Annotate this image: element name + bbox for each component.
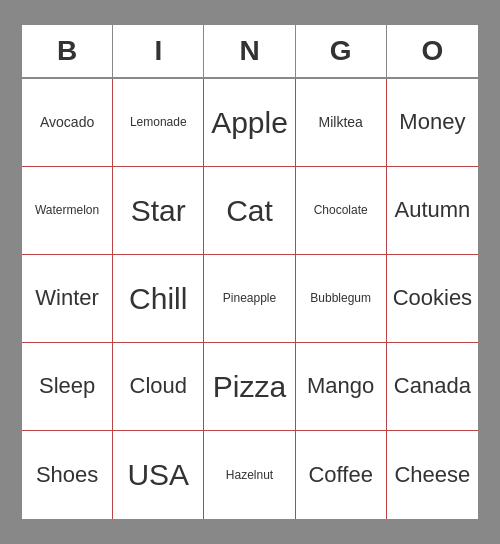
cell-label: Coffee [308,462,372,488]
cell-label: Winter [35,285,99,311]
bingo-cell: Autumn [387,167,478,255]
cell-label: Star [131,193,186,229]
header-letter: G [296,25,387,77]
cell-label: Lemonade [130,115,187,129]
bingo-header: BINGO [22,25,478,79]
bingo-cell: Cat [204,167,295,255]
bingo-cell: Bubblegum [296,255,387,343]
bingo-grid: AvocadoLemonadeAppleMilkteaMoneyWatermel… [22,79,478,519]
cell-label: Canada [394,373,471,399]
cell-label: Mango [307,373,374,399]
cell-label: Cheese [394,462,470,488]
bingo-cell: Shoes [22,431,113,519]
cell-label: Chill [129,281,187,317]
cell-label: Cookies [393,285,472,311]
bingo-card: BINGO AvocadoLemonadeAppleMilkteaMoneyWa… [20,23,480,521]
header-letter: N [204,25,295,77]
cell-label: Watermelon [35,203,99,217]
cell-label: Pineapple [223,291,276,305]
cell-label: Sleep [39,373,95,399]
cell-label: Money [399,109,465,135]
bingo-cell: Chill [113,255,204,343]
bingo-cell: Mango [296,343,387,431]
header-letter: B [22,25,113,77]
bingo-cell: Chocolate [296,167,387,255]
cell-label: Avocado [40,114,94,131]
cell-label: Pizza [213,369,286,405]
cell-label: Shoes [36,462,98,488]
bingo-cell: Coffee [296,431,387,519]
bingo-cell: Winter [22,255,113,343]
cell-label: Apple [211,105,288,141]
bingo-cell: Lemonade [113,79,204,167]
header-letter: O [387,25,478,77]
bingo-cell: Pizza [204,343,295,431]
cell-label: Hazelnut [226,468,273,482]
bingo-cell: Milktea [296,79,387,167]
bingo-cell: Cloud [113,343,204,431]
cell-label: Autumn [394,197,470,223]
cell-label: Cloud [130,373,187,399]
bingo-cell: Canada [387,343,478,431]
bingo-cell: Avocado [22,79,113,167]
cell-label: Chocolate [314,203,368,217]
cell-label: Milktea [319,114,363,131]
bingo-cell: Money [387,79,478,167]
cell-label: Cat [226,193,273,229]
cell-label: Bubblegum [310,291,371,305]
bingo-cell: Watermelon [22,167,113,255]
bingo-cell: Hazelnut [204,431,295,519]
bingo-cell: Sleep [22,343,113,431]
bingo-cell: USA [113,431,204,519]
bingo-cell: Pineapple [204,255,295,343]
bingo-cell: Cheese [387,431,478,519]
cell-label: USA [127,457,189,493]
bingo-cell: Cookies [387,255,478,343]
bingo-cell: Star [113,167,204,255]
header-letter: I [113,25,204,77]
bingo-cell: Apple [204,79,295,167]
